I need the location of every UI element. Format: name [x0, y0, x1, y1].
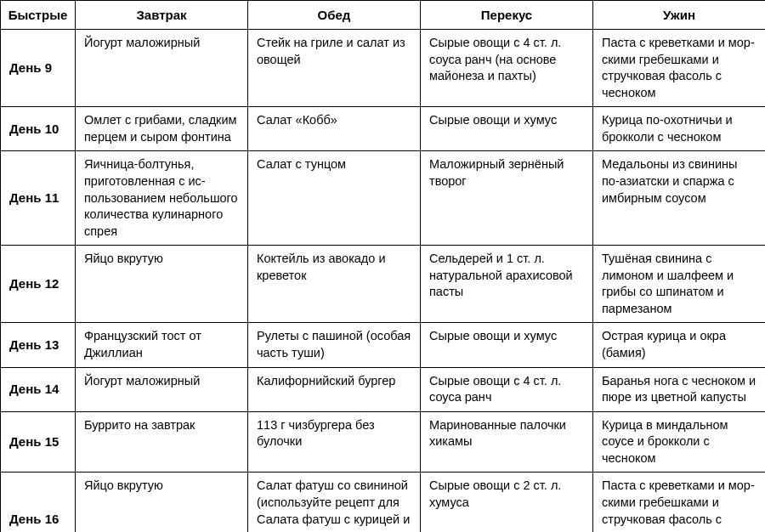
header-breakfast: Завтрак [76, 1, 248, 30]
cell-lunch: Салат с тунцом [248, 151, 421, 246]
cell-breakfast: Буррито на завтрак [76, 411, 248, 473]
cell-snack: Сырые овощи с 2 ст. л. хумуса [421, 473, 593, 532]
day-label: День 10 [1, 107, 76, 151]
table-row: День 15 Буррито на завтрак 113 г чизбург… [1, 411, 766, 473]
cell-dinner: Паста с креветками и мор­скими гребешкам… [593, 30, 766, 107]
cell-dinner: Острая курица и окра (бамия) [593, 323, 766, 367]
cell-breakfast: Яйцо вкрутую [76, 473, 248, 532]
table-row: День 12 Яйцо вкрутую Коктейль из авокадо… [1, 246, 766, 323]
cell-dinner: Курица в миндальном соусе и брокколи с ч… [593, 411, 766, 473]
cell-snack: Маложирный зернё­ный творог [421, 151, 593, 246]
table-row: День 10 Омлет с грибами, сладким перцем … [1, 107, 766, 151]
day-label: День 11 [1, 151, 76, 246]
cell-dinner: Курица по-охотничьи и брок­коли с чеснок… [593, 107, 766, 151]
cell-breakfast: Французский тост от Джиллиан [76, 323, 248, 367]
meal-plan-table: Быстрые Завтрак Обед Перекус Ужин День 9… [0, 0, 765, 532]
cell-snack: Сырые овощи с 4 ст. л. соуса ранч (на ос… [421, 30, 593, 107]
cell-dinner: Паста с креветками и мор­скими гребешкам… [593, 473, 766, 532]
cell-breakfast: Омлет с грибами, сладким перцем и сыром … [76, 107, 248, 151]
cell-lunch: Коктейль из авокадо и креветок [248, 246, 421, 323]
cell-lunch: Рулеты с пашиной (особая часть туши) [248, 323, 421, 367]
table-row: День 16 Яйцо вкрутую Салат фатуш со свин… [1, 473, 766, 532]
cell-snack: Маринованные палоч­ки хикамы [421, 411, 593, 473]
cell-snack: Сельдерей и 1 ст. л. натуральной арахисо… [421, 246, 593, 323]
day-label: День 15 [1, 411, 76, 473]
cell-breakfast: Яичница-болтунья, приготовленная с ис­по… [76, 151, 248, 246]
cell-lunch: Стейк на гриле и салат из овощей [248, 30, 421, 107]
table-row: День 9 Йогурт маложирный Стейк на гриле … [1, 30, 766, 107]
cell-lunch: 113 г чизбургера без булочки [248, 411, 421, 473]
cell-snack: Сырые овощи с 4 ст. л. соуса ранч [421, 367, 593, 411]
cell-lunch: Салат «Кобб» [248, 107, 421, 151]
table-row: День 13 Французский тост от Джиллиан Рул… [1, 323, 766, 367]
cell-dinner: Баранья нога с чесноком и пюре из цветно… [593, 367, 766, 411]
cell-breakfast: Йогурт маложирный [76, 367, 248, 411]
header-dinner: Ужин [593, 1, 766, 30]
header-row: Быстрые Завтрак Обед Перекус Ужин [1, 1, 766, 30]
header-snack: Перекус [421, 1, 593, 30]
day-label: День 16 [1, 473, 76, 532]
day-label: День 13 [1, 323, 76, 367]
day-label: День 12 [1, 246, 76, 323]
cell-dinner: Медальоны из свинины по-азиатски и спарж… [593, 151, 766, 246]
table-row: День 14 Йогурт маложирный Калифорнийский… [1, 367, 766, 411]
header-lunch: Обед [248, 1, 421, 30]
day-label: День 9 [1, 30, 76, 107]
cell-dinner: Тушёная свинина с лимоном и шалфеем и гр… [593, 246, 766, 323]
cell-breakfast: Йогурт маложирный [76, 30, 248, 107]
cell-lunch: Салат фатуш со свини­ной (используйте ре… [248, 473, 421, 532]
cell-snack: Сырые овощи и хумус [421, 107, 593, 151]
cell-breakfast: Яйцо вкрутую [76, 246, 248, 323]
header-fast: Быстрые [1, 1, 76, 30]
table-row: День 11 Яичница-болтунья, приготовленная… [1, 151, 766, 246]
cell-lunch: Калифорнийский бургер [248, 367, 421, 411]
day-label: День 14 [1, 367, 76, 411]
cell-snack: Сырые овощи и хумус [421, 323, 593, 367]
